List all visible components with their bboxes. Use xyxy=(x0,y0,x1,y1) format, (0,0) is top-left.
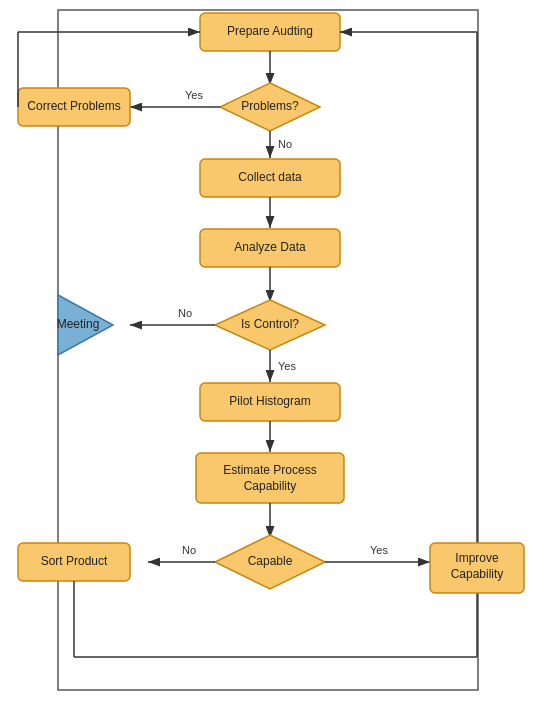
flowchart-diagram: Prepare Audting Problems? Yes No Correct… xyxy=(0,0,539,703)
capable-label: Capable xyxy=(248,554,293,568)
correct-problems-label: Correct Problems xyxy=(27,99,120,113)
no-label-capable: No xyxy=(182,544,196,556)
no-label-control: No xyxy=(178,307,192,319)
estimate-process-label-1: Estimate Process xyxy=(223,463,316,477)
sort-product-label: Sort Product xyxy=(41,554,108,568)
yes-label-capable: Yes xyxy=(370,544,388,556)
problems-label: Problems? xyxy=(241,99,299,113)
improve-capability-label-1: Improve xyxy=(455,551,499,565)
no-label-problems: No xyxy=(278,138,292,150)
yes-label-problems: Yes xyxy=(185,89,203,101)
analyze-data-label: Analyze Data xyxy=(234,240,306,254)
prepare-audting-label: Prepare Audting xyxy=(227,24,313,38)
meeting-label: Meeting xyxy=(57,317,100,331)
improve-capability-label-2: Capability xyxy=(451,567,504,581)
collect-data-label: Collect data xyxy=(238,170,302,184)
is-control-label: Is Control? xyxy=(241,317,299,331)
estimate-process-node xyxy=(196,453,344,503)
yes-label-control: Yes xyxy=(278,360,296,372)
estimate-process-label-2: Capability xyxy=(244,479,297,493)
pilot-histogram-label: Pilot Histogram xyxy=(229,394,310,408)
